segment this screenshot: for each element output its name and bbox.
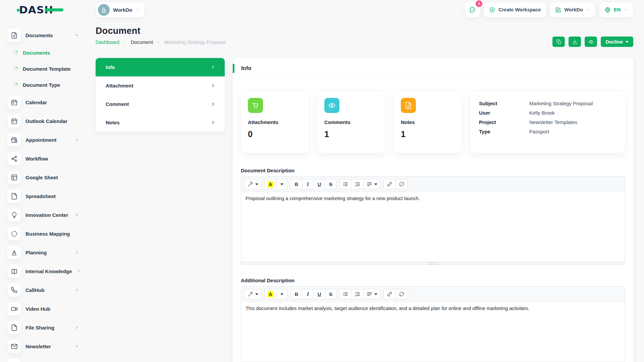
- sidebar-item-partial[interactable]: [7, 356, 79, 362]
- page-title: Document: [96, 25, 226, 36]
- video-icon: [7, 302, 21, 315]
- editor-label: Document Description: [241, 168, 625, 173]
- editor-content[interactable]: This document includes market analysis, …: [241, 302, 625, 362]
- sidebar-subitem-document-template[interactable]: Document Template: [7, 61, 79, 77]
- link-button[interactable]: [383, 289, 396, 299]
- document-tabs: Info Attachment Comment Notes: [96, 58, 225, 132]
- eye-icon: [588, 39, 594, 45]
- magic-wand-icon: [248, 291, 253, 297]
- plus-circle-icon: [489, 7, 495, 13]
- chevron-right-icon: [211, 120, 216, 125]
- workspace-switcher-button[interactable]: WorkDo: [550, 2, 595, 17]
- workflow-icon: [7, 152, 21, 165]
- lightbulb-icon: [7, 208, 21, 222]
- font-color-button[interactable]: A: [264, 289, 276, 299]
- bold-button[interactable]: B: [290, 179, 302, 189]
- editor-toolbar: A B I U S: [241, 177, 625, 192]
- sidebar-item-outlook-calendar[interactable]: Outlook Calendar: [7, 112, 79, 130]
- font-color-button[interactable]: A: [264, 179, 276, 189]
- stat-comments: Comments 1: [317, 91, 385, 153]
- decline-dropdown-button[interactable]: Decline: [601, 37, 633, 47]
- editor-resize-handle[interactable]: [241, 261, 625, 264]
- unordered-list-button[interactable]: [339, 289, 352, 299]
- page-actions: Decline: [552, 37, 633, 47]
- sidebar-item-newsletter[interactable]: Newsletter: [7, 337, 79, 356]
- language-selector[interactable]: EN: [599, 2, 633, 17]
- sidebar-item-calendar[interactable]: Calendar: [7, 93, 79, 112]
- workspace-switcher-label: WorkDo: [565, 7, 583, 12]
- sidebar-item-documents[interactable]: Documents: [7, 26, 79, 45]
- create-workspace-button[interactable]: Create Workspace: [484, 2, 546, 17]
- ordered-list-button[interactable]: [351, 179, 364, 189]
- sidebar-item-internal-knowledge[interactable]: Internal Knowledge: [7, 262, 79, 281]
- preview-button[interactable]: [585, 37, 597, 47]
- paragraph-button[interactable]: [363, 179, 381, 189]
- sidebar-item-file-sharing[interactable]: File Sharing: [7, 318, 79, 337]
- detail-user: User Kelly Brook: [479, 108, 616, 118]
- unlink-icon: [399, 291, 405, 297]
- workspace-name: WorkDo: [113, 7, 132, 13]
- download-icon: [572, 39, 578, 45]
- breadcrumb-document[interactable]: Document: [131, 40, 153, 45]
- sidebar-item-google-sheet[interactable]: Google Sheet: [7, 168, 79, 187]
- style-dropdown-button[interactable]: [244, 289, 262, 299]
- document-description-section: Document Description A: [241, 168, 625, 265]
- list-ul-icon: [342, 181, 348, 187]
- underline-button[interactable]: U: [313, 289, 325, 299]
- sidebar-item-spreadsheet[interactable]: Spreadsheet: [7, 187, 79, 205]
- italic-button[interactable]: I: [302, 289, 314, 299]
- caret-down-icon: [626, 41, 629, 43]
- sidebar-item-innovation-center[interactable]: Innovation Center: [7, 205, 79, 224]
- style-dropdown-button[interactable]: [244, 179, 262, 189]
- rich-text-editor: A B I U S: [241, 286, 625, 362]
- sidebar-item-appointment[interactable]: Appointment: [7, 130, 79, 149]
- sidebar-subitem-document-type[interactable]: Document Type: [7, 77, 79, 93]
- download-button[interactable]: [569, 37, 581, 47]
- unlink-button[interactable]: [395, 289, 408, 299]
- tab-notes[interactable]: Notes: [96, 113, 225, 132]
- tab-attachment[interactable]: Attachment: [96, 76, 225, 95]
- underline-button[interactable]: U: [313, 179, 325, 189]
- detail-type: Type Passport: [479, 127, 616, 136]
- caret-down-icon: [255, 293, 258, 295]
- workspace-selector[interactable]: WorkDo: [96, 2, 145, 17]
- sidebar-subitem-documents[interactable]: Documents: [7, 45, 79, 61]
- editor-content[interactable]: Proposal outlining a comprehensive marke…: [241, 192, 625, 261]
- bullet-ring-icon: [13, 66, 19, 72]
- messenger-button[interactable]: 0: [465, 2, 480, 17]
- tab-info[interactable]: Info: [96, 58, 225, 76]
- chevron-right-icon: [74, 344, 79, 349]
- chevron-down-icon: [136, 8, 140, 12]
- video-icon: [7, 358, 21, 362]
- sidebar-item-planning[interactable]: Planning: [7, 243, 79, 262]
- sidebar-item-workflow[interactable]: Workflow: [7, 149, 79, 168]
- stat-value: 1: [324, 129, 378, 139]
- strikethrough-button[interactable]: S: [325, 179, 336, 189]
- sidebar: Documents Documents Document Template Do…: [0, 19, 87, 362]
- link-button[interactable]: [383, 179, 396, 189]
- font-color-caret-button[interactable]: [276, 179, 288, 189]
- unordered-list-button[interactable]: [339, 179, 352, 189]
- copy-button[interactable]: [552, 37, 565, 47]
- chevron-right-icon: [211, 65, 216, 70]
- cart-icon: [248, 98, 263, 113]
- paragraph-button[interactable]: [363, 289, 381, 299]
- sidebar-item-business-mapping[interactable]: Business Mapping: [7, 224, 79, 243]
- breadcrumb-dashboard-link[interactable]: Dashboard: [96, 40, 119, 45]
- sidebar-item-callhub[interactable]: CallHub: [7, 281, 79, 299]
- font-color-caret-button[interactable]: [276, 289, 288, 299]
- list-ul-icon: [342, 291, 348, 297]
- tab-comment[interactable]: Comment: [96, 95, 225, 113]
- bold-button[interactable]: B: [290, 289, 302, 299]
- strikethrough-button[interactable]: S: [325, 289, 336, 299]
- chat-icon: [469, 6, 476, 13]
- unlink-button[interactable]: [395, 179, 408, 189]
- italic-button[interactable]: I: [302, 179, 314, 189]
- chat-badge: 0: [476, 0, 482, 7]
- breadcrumb: Dashboard Document Marketing Strategy Pr…: [96, 40, 226, 45]
- caret-down-icon: [374, 183, 377, 185]
- ordered-list-button[interactable]: [351, 289, 364, 299]
- list-ol-icon: [355, 291, 360, 297]
- sidebar-item-video-hub[interactable]: Video Hub: [7, 299, 79, 318]
- app-logo[interactable]: DASH: [19, 4, 53, 15]
